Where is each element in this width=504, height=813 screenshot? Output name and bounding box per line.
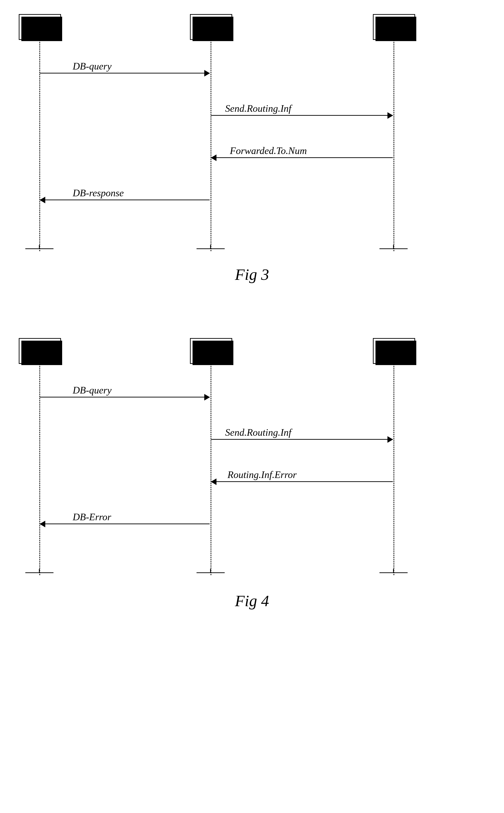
scp-label-fig3: SCP <box>28 20 51 34</box>
forwarded-to-num-label-fig3: Forwarded.To.Num <box>230 145 307 156</box>
gw-dashed-fig4 <box>211 364 211 575</box>
db-error-arrow-fig4 <box>40 523 210 524</box>
db-query-arrow-fig4 <box>40 397 210 397</box>
send-routing-label-fig3: Send.Routing.Inf <box>225 103 291 114</box>
db-error-label-fig4: DB-Error <box>73 511 111 522</box>
db-query-arrow-fig3 <box>40 73 210 73</box>
scp-dashed-fig3 <box>39 40 40 251</box>
routing-inf-error-label-fig4: Routing.Inf.Error <box>227 469 297 480</box>
fig4-caption: Fig 4 <box>0 591 504 610</box>
gw-box-fig4: GW <box>190 338 232 364</box>
gw-terminator-fig3 <box>197 249 225 253</box>
routing-inf-error-arrow-fig4 <box>211 481 393 482</box>
gw-terminator-fig4 <box>197 572 225 577</box>
db-query-label-fig4: DB-query <box>73 385 112 396</box>
fig3-caption: Fig 3 <box>0 265 504 284</box>
send-routing-arrow-fig3 <box>211 115 393 116</box>
scp-terminator-fig3 <box>25 249 53 253</box>
scp-dashed-fig4 <box>39 364 40 575</box>
forwarded-to-num-arrow-fig3 <box>211 157 393 158</box>
db-query-label-fig3: DB-query <box>73 61 112 72</box>
hlr-label-fig4: HLR <box>381 344 407 358</box>
hlr-terminator-fig3 <box>379 249 408 253</box>
scp-box-fig3: SCP <box>19 14 61 40</box>
db-response-label-fig3: DB-response <box>73 187 124 198</box>
hlr-box-fig3: HLR <box>373 14 415 40</box>
scp-label-fig4: SCP <box>28 344 51 358</box>
gw-dashed-fig3 <box>211 40 211 251</box>
send-routing-arrow-fig4 <box>211 439 393 440</box>
gw-label-fig4: GW <box>200 344 222 358</box>
gw-box-fig3: GW <box>190 14 232 40</box>
gw-label-fig3: GW <box>200 20 222 34</box>
hlr-box-fig4: HLR <box>373 338 415 364</box>
hlr-terminator-fig4 <box>379 572 408 577</box>
hlr-dashed-fig4 <box>394 364 394 575</box>
scp-terminator-fig4 <box>25 572 53 577</box>
send-routing-label-fig4: Send.Routing.Inf <box>225 427 291 438</box>
hlr-label-fig3: HLR <box>381 20 407 34</box>
scp-box-fig4: SCP <box>19 338 61 364</box>
hlr-dashed-fig3 <box>394 40 394 251</box>
db-response-arrow-fig3 <box>40 199 210 200</box>
